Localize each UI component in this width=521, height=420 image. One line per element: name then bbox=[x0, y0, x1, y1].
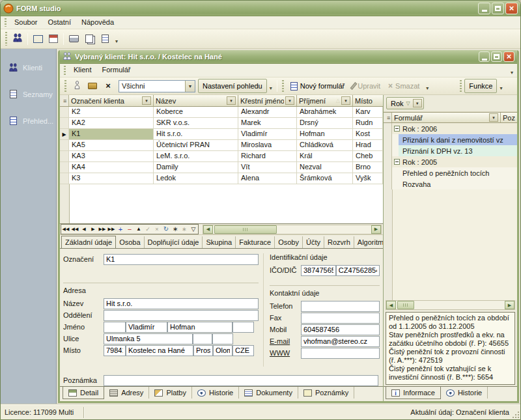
chevron-down-icon[interactable]: ▼ bbox=[185, 81, 195, 92]
client-toolbar-grip[interactable] bbox=[64, 80, 67, 92]
scroll-right-icon[interactable]: ▶ bbox=[371, 225, 381, 234]
nav-button[interactable]: ◀◀ bbox=[61, 225, 70, 234]
table-row[interactable]: KA3 LeM. s.r.o. Richard Král Cheb bbox=[60, 151, 383, 162]
forms-toolbar-button[interactable] bbox=[97, 32, 113, 46]
menu-item[interactable]: Ostatní bbox=[42, 16, 76, 29]
tab-historie[interactable]: Historie bbox=[192, 387, 239, 399]
kraj-input[interactable] bbox=[213, 345, 232, 356]
detail-tab[interactable]: Fakturace bbox=[236, 236, 275, 248]
nav-button[interactable]: ◀ bbox=[79, 225, 89, 234]
column-filter-icon[interactable]: ▼ bbox=[341, 96, 350, 105]
email-link-label[interactable]: E-mail bbox=[270, 337, 301, 345]
nav-button[interactable]: ∗ bbox=[171, 225, 180, 234]
collapse-icon[interactable] bbox=[394, 159, 400, 165]
form-toolbar-overflow-button[interactable]: ▾ bbox=[423, 79, 431, 92]
table-row[interactable]: KA2 SKR v.o.s. Marek Drsný Rudn bbox=[60, 118, 383, 129]
column-header-poznamka[interactable]: Poz bbox=[500, 113, 517, 122]
client-menubar-grip[interactable] bbox=[63, 66, 66, 75]
nav-button[interactable]: ▶▶ bbox=[107, 225, 116, 234]
detail-tab[interactable]: Doplňující údaje bbox=[145, 236, 203, 248]
detail-tab[interactable]: Osoby bbox=[275, 236, 303, 248]
sidebar-item-prehled[interactable]: Přehled... bbox=[1, 110, 56, 132]
cp-input[interactable] bbox=[193, 333, 212, 344]
copy-toolbar-button[interactable] bbox=[81, 32, 97, 46]
stat-input[interactable] bbox=[232, 345, 254, 356]
close-button[interactable]: × bbox=[505, 3, 518, 14]
exclude-client-toolbar-button[interactable]: × bbox=[100, 79, 116, 93]
filter-combobox[interactable]: Všichni ▼ bbox=[119, 80, 195, 92]
scrollbar-thumb[interactable] bbox=[214, 225, 277, 234]
table-hscrollbar[interactable]: ◀ ▶ bbox=[203, 225, 382, 234]
nav-button[interactable]: ▶▶ bbox=[98, 225, 107, 234]
form-toolbar-grip[interactable] bbox=[281, 80, 285, 92]
okres-input[interactable] bbox=[193, 345, 213, 356]
collapse-icon[interactable] bbox=[394, 126, 400, 132]
detail-tab[interactable]: Osoba bbox=[116, 236, 144, 248]
group-by-rok-button[interactable]: Rok ▽ ▼ bbox=[386, 97, 424, 109]
scrollbar-thumb[interactable] bbox=[397, 301, 414, 309]
client-menu-item[interactable]: Klient bbox=[68, 64, 97, 77]
detail-tab[interactable]: Účty bbox=[303, 236, 324, 248]
detail-tab[interactable]: Základní údaje bbox=[61, 236, 116, 249]
forms-hscrollbar[interactable]: ◀ ▶ bbox=[386, 300, 515, 310]
table-row[interactable]: KA4 Damily Vít Nezval Brno bbox=[60, 162, 383, 173]
form-tree-row[interactable]: Přiznání k DPH vz. 13 bbox=[384, 145, 517, 156]
column-header-oznaceni[interactable]: Označení klienta▼ bbox=[69, 95, 154, 106]
email-input[interactable] bbox=[301, 336, 380, 347]
functions-toolbar-grip[interactable] bbox=[459, 80, 462, 92]
co-input[interactable] bbox=[212, 333, 233, 344]
clients-toolbar-button[interactable] bbox=[10, 32, 25, 46]
nav-button[interactable]: + bbox=[116, 225, 125, 234]
client-close-button[interactable]: × bbox=[503, 51, 514, 62]
form-tree-row[interactable]: Přehled o peněžních tocích bbox=[384, 167, 517, 178]
column-header-nazev[interactable]: Název▼ bbox=[154, 95, 238, 106]
form-tree-row[interactable]: Přiznání k dani z nemovitostí vz bbox=[384, 134, 517, 145]
www-link-label[interactable]: WWW bbox=[270, 349, 301, 357]
nav-button[interactable]: ▶ bbox=[89, 225, 98, 234]
nav-button[interactable]: ◀◀ bbox=[70, 225, 79, 234]
dic-input[interactable] bbox=[336, 265, 380, 276]
oddeleni-input[interactable] bbox=[104, 310, 259, 321]
edit-button[interactable]: Upravit bbox=[348, 79, 384, 93]
view-settings-button[interactable]: Nastavení pohledu bbox=[198, 79, 267, 93]
jmeno-input[interactable] bbox=[126, 322, 167, 333]
client-menu-item[interactable]: Formulář bbox=[97, 64, 136, 77]
form-tree-row[interactable]: Rok : 2006 bbox=[384, 123, 517, 134]
detail-tab[interactable]: Skupina bbox=[203, 236, 236, 248]
column-header-krestni-jmeno[interactable]: Křestní jméno▼ bbox=[238, 95, 297, 106]
mobil-input[interactable] bbox=[301, 324, 380, 335]
scroll-left-icon[interactable]: ◀ bbox=[203, 225, 213, 234]
table-row[interactable]: KA5 Účetnictví PRAN Miroslava Chládková … bbox=[60, 140, 383, 151]
calendar-toolbar-button[interactable] bbox=[46, 32, 61, 46]
column-header-formular[interactable]: Formulář ▼ bbox=[392, 113, 500, 122]
nav-button[interactable]: × bbox=[152, 225, 162, 234]
nav-button[interactable]: ✓ bbox=[143, 225, 152, 234]
functions-button[interactable]: Funkce bbox=[464, 79, 497, 93]
column-header-prijmeni[interactable]: Příjmení△▼ bbox=[297, 95, 353, 106]
sidebar-item-seznamy[interactable]: Seznamy bbox=[1, 83, 56, 105]
minimize-button[interactable] bbox=[478, 3, 490, 14]
client-minimize-button[interactable] bbox=[479, 51, 490, 62]
tab-platby[interactable]: Platby bbox=[149, 387, 192, 399]
scroll-left-icon[interactable]: ◀ bbox=[386, 301, 396, 309]
column-filter-icon[interactable]: ▼ bbox=[489, 113, 498, 122]
www-input[interactable] bbox=[301, 348, 380, 359]
misto-input[interactable] bbox=[126, 345, 193, 356]
form-tree-row[interactable]: Rozvaha bbox=[384, 178, 517, 189]
delete-button[interactable]: × Smazat bbox=[384, 79, 423, 93]
detail-tab[interactable]: Algoritmy bbox=[354, 236, 383, 248]
table-corner-button[interactable]: ≡ bbox=[60, 95, 69, 106]
calculator-toolbar-button[interactable] bbox=[30, 32, 46, 46]
column-filter-icon[interactable]: ▼ bbox=[413, 99, 422, 107]
poznamka-input[interactable] bbox=[104, 375, 378, 386]
detail-tab[interactable]: Rozvrh bbox=[324, 236, 354, 248]
table-row[interactable]: K2 Koberce Alexandr Abrahámek Karv bbox=[60, 107, 383, 118]
fax-input[interactable] bbox=[301, 313, 380, 324]
psc-input[interactable] bbox=[104, 345, 126, 356]
nav-button[interactable]: − bbox=[125, 225, 134, 234]
nav-button[interactable]: ∗ bbox=[180, 225, 189, 234]
client-toolbar-overflow-button[interactable]: ▾ bbox=[267, 79, 275, 92]
tab-dokumenty[interactable]: Dokumenty bbox=[239, 387, 298, 399]
person-toolbar-button[interactable] bbox=[69, 79, 85, 93]
new-form-button[interactable]: Nový formulář bbox=[287, 79, 348, 93]
